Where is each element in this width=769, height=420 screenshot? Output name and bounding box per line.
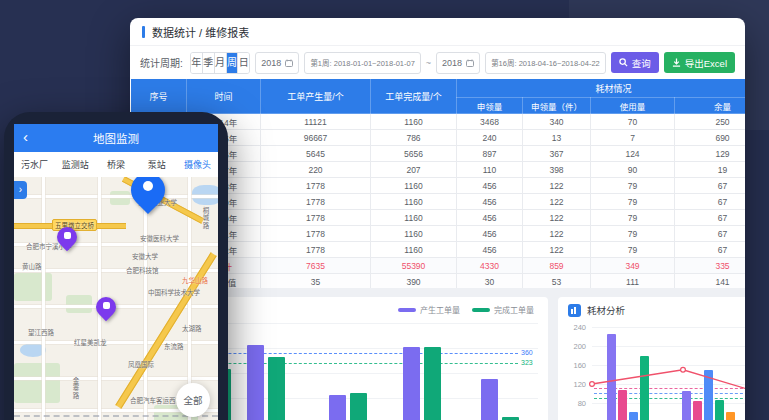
map-label: 黄山路 (22, 261, 42, 271)
table-cell: 349 (591, 258, 675, 274)
col-subheader: 申领量 (457, 98, 523, 114)
table-cell: 122 (523, 242, 591, 258)
show-all-button[interactable]: 全部 (176, 383, 210, 417)
chart-gridline (592, 327, 745, 328)
bar-orange (726, 412, 735, 420)
bar-blue (629, 412, 638, 420)
phone-tab-污水厂[interactable]: 污水厂 (14, 158, 55, 171)
back-icon[interactable]: ‹ (23, 128, 28, 145)
bar-产生工单量 (403, 347, 420, 420)
bar-完成工单量 (268, 357, 285, 420)
bar-chart-icon (568, 304, 581, 317)
map-park (110, 191, 130, 205)
phone-tab-泵站[interactable]: 泵站 (136, 158, 177, 171)
end-year-select[interactable]: 2018 (436, 52, 480, 74)
pin-dot (143, 181, 153, 191)
period-option-季[interactable]: 季 (203, 53, 215, 73)
export-excel-button[interactable]: 导出Excel (664, 52, 735, 73)
location-pin[interactable] (131, 177, 165, 207)
legend-label: 完成工单量 (494, 304, 534, 315)
table-cell: 79 (591, 210, 675, 226)
table-cell: 70 (591, 114, 675, 130)
table-cell: 1160 (371, 210, 457, 226)
col-subheader: 申领量（件） (523, 98, 591, 114)
table-cell: 7635 (261, 258, 371, 274)
chart-title: 耗材分析 (587, 303, 625, 317)
end-year-value: 2018 (442, 58, 462, 68)
map-view[interactable]: 体育场安徽农业大学桐城路五里墩立交桥安徽医科大学合肥市宁溪小学黄山路安徽大学合肥… (14, 177, 218, 420)
legend-label: 产生工单量 (420, 304, 460, 315)
reference-line (594, 393, 745, 394)
table-cell: 79 (591, 226, 675, 242)
period-option-日[interactable]: 日 (238, 53, 249, 73)
table-cell: 129 (675, 146, 746, 162)
map-label: 太湖路 (182, 323, 202, 333)
map-label: 合肥科技馆 (126, 265, 159, 275)
camera-pin[interactable] (57, 227, 77, 247)
table-cell: 79 (591, 178, 675, 194)
end-week-input[interactable]: 第16周: 2018-04-16~2018-04-22 (485, 52, 606, 74)
map-label: 九华山路 (182, 275, 208, 285)
col-header-created: 工单产生量/个 (261, 79, 371, 114)
table-cell: 786 (371, 130, 457, 146)
phone-tab-监测站[interactable]: 监测站 (55, 158, 96, 171)
table-cell: 335 (675, 258, 746, 274)
y-axis-tick: 240 (564, 323, 586, 332)
table-cell: 1160 (371, 194, 457, 210)
calendar-icon (466, 59, 474, 67)
bar-purple (682, 391, 691, 420)
y-axis-tick: 80 (564, 399, 586, 408)
table-cell: 124 (591, 146, 675, 162)
table-header: 序号 时间 工单产生量/个 工单完成量/个 耗材情况 申领量申领量（件）使用量余… (131, 79, 746, 114)
phone-tab-bar: 污水厂监测站桥梁泵站摄像头 (14, 152, 218, 178)
map-label: 中国科学技术大学 (148, 287, 200, 297)
bar-产生工单量 (329, 395, 346, 420)
map-label: 安徽大学 (132, 251, 158, 261)
filter-bar: 统计周期: 年季月周日 2018 第1周: 2018-01-01~2018-01… (130, 46, 745, 79)
col-subheader: 使用量 (591, 98, 675, 114)
camera-pin[interactable] (96, 297, 116, 317)
table-cell: 3468 (457, 114, 523, 130)
table-cell: 456 (457, 194, 523, 210)
phone-tab-摄像头[interactable]: 摄像头 (177, 158, 218, 171)
map-label: 桐城路 (200, 207, 210, 230)
col-group-consumables: 耗材情况 (457, 79, 746, 98)
y-axis-tick: 200 (564, 342, 586, 351)
period-option-周[interactable]: 周 (227, 53, 239, 73)
period-label: 统计周期: (140, 55, 183, 70)
query-button[interactable]: 查询 (611, 52, 659, 73)
phone-tab-桥梁[interactable]: 桥梁 (96, 158, 137, 171)
table-cell: 11121 (261, 114, 371, 130)
table-cell: 7 (591, 130, 675, 146)
map-road (42, 177, 45, 420)
start-week-input[interactable]: 第1周: 2018-01-01~2018-01-07 (304, 52, 420, 74)
period-segmented-control: 年季月周日 (190, 52, 251, 74)
table-cell: 367 (523, 146, 591, 162)
table-cell: 398 (523, 162, 591, 178)
table-cell: 456 (457, 242, 523, 258)
table-cell: 122 (523, 194, 591, 210)
search-icon (619, 58, 628, 67)
phone-mockup: ‹ 地图监测 污水厂监测站桥梁泵站摄像头 (4, 112, 228, 420)
download-icon (672, 58, 681, 67)
period-option-年[interactable]: 年 (191, 53, 203, 73)
export-button-label: 导出Excel (685, 56, 727, 70)
period-option-月[interactable]: 月 (215, 53, 227, 73)
table-cell: 250 (675, 114, 746, 130)
legend-pill (398, 308, 416, 312)
table-cell: 1160 (371, 178, 457, 194)
table-cell: 1778 (261, 194, 371, 210)
desktop-background: 数据统计 / 维修报表 统计周期: 年季月周日 2018 第1周: 2018-0… (0, 0, 769, 420)
table-cell: 1160 (371, 226, 457, 242)
table-cell: 90 (591, 162, 675, 178)
table-cell: 67 (675, 242, 746, 258)
table-cell: 55390 (371, 258, 457, 274)
reference-line-label: 360 (521, 349, 533, 356)
table-cell: 1778 (261, 226, 371, 242)
table-cell: 5656 (371, 146, 457, 162)
start-year-select[interactable]: 2018 (255, 52, 299, 74)
map-expand-button[interactable]: › (14, 181, 27, 199)
y-axis-tick: 160 (564, 361, 586, 370)
table-cell: 67 (675, 210, 746, 226)
y-axis-tick: 120 (564, 380, 586, 389)
